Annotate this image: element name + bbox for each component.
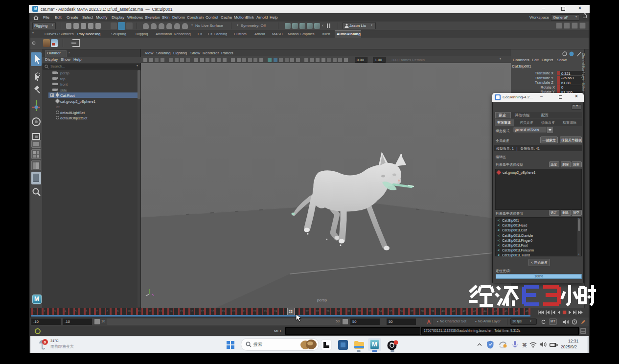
svg-text:英: 英 [522, 342, 527, 348]
svg-text:0: 0 [44, 340, 46, 344]
svg-text:persp: persp [317, 298, 327, 302]
